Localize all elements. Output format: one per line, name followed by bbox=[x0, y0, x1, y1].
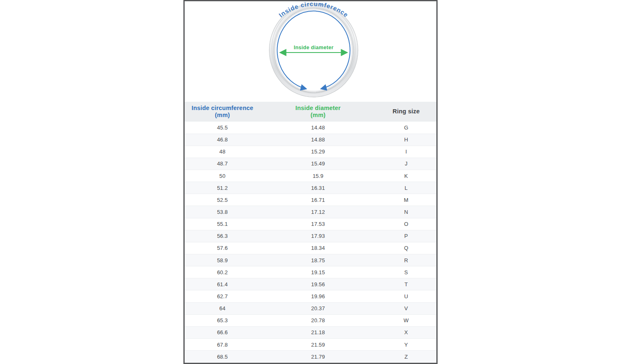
table-row: 4815.29I bbox=[185, 146, 436, 158]
header-inside-diameter: Inside diameter (mm) bbox=[260, 102, 376, 122]
table-cell: 15.29 bbox=[260, 146, 376, 158]
table-row: 65.320.78W bbox=[185, 314, 436, 326]
table-cell: 21.18 bbox=[260, 326, 376, 338]
table-cell: 21.59 bbox=[260, 339, 376, 351]
header-line1: Ring size bbox=[376, 108, 436, 115]
table-cell: 19.96 bbox=[260, 290, 376, 302]
table-cell: 18.75 bbox=[260, 254, 376, 266]
table-cell: O bbox=[376, 218, 436, 230]
table-cell: Q bbox=[376, 242, 436, 254]
header-line1: Inside diameter bbox=[260, 105, 376, 112]
table-cell: H bbox=[376, 134, 436, 146]
table-row: 48.715.49J bbox=[185, 158, 436, 170]
table-cell: Z bbox=[376, 351, 436, 363]
table-cell: K bbox=[376, 170, 436, 182]
table-row: 51.216.31L bbox=[185, 182, 436, 194]
table-cell: 15.49 bbox=[260, 158, 376, 170]
table-cell: 17.93 bbox=[260, 230, 376, 242]
table-cell: S bbox=[376, 266, 436, 278]
table-row: 57.618.34Q bbox=[185, 242, 436, 254]
table-cell: J bbox=[376, 158, 436, 170]
ring-size-table: Inside circumference (mm) Inside diamete… bbox=[185, 102, 436, 363]
table-cell: P bbox=[376, 230, 436, 242]
table-row: 56.317.93P bbox=[185, 230, 436, 242]
table-header: Inside circumference (mm) Inside diamete… bbox=[185, 102, 436, 122]
table-cell: G bbox=[376, 122, 436, 134]
table-cell: 61.4 bbox=[185, 278, 260, 290]
header-inside-circumference: Inside circumference (mm) bbox=[185, 102, 260, 122]
table-cell: 52.5 bbox=[185, 194, 260, 206]
table-cell: 19.15 bbox=[260, 266, 376, 278]
table-cell: 18.34 bbox=[260, 242, 376, 254]
table-cell: 17.12 bbox=[260, 206, 376, 218]
table-row: 6420.37V bbox=[185, 302, 436, 314]
table-cell: 68.5 bbox=[185, 351, 260, 363]
table-cell: L bbox=[376, 182, 436, 194]
table-cell: T bbox=[376, 278, 436, 290]
table-cell: 48 bbox=[185, 146, 260, 158]
table-cell: V bbox=[376, 302, 436, 314]
table-cell: 56.3 bbox=[185, 230, 260, 242]
table-row: 66.621.18X bbox=[185, 326, 436, 338]
ring-size-chart-panel: Inside diameter Inside circumference Ins… bbox=[183, 0, 438, 364]
table-cell: U bbox=[376, 290, 436, 302]
header-ring-size: Ring size bbox=[376, 102, 436, 122]
table-row: 62.719.96U bbox=[185, 290, 436, 302]
table-row: 53.817.12N bbox=[185, 206, 436, 218]
table-row: 5015.9K bbox=[185, 170, 436, 182]
table-cell: N bbox=[376, 206, 436, 218]
header-line2: (mm) bbox=[260, 112, 376, 119]
header-line1: Inside circumference bbox=[185, 105, 260, 112]
table-cell: 62.7 bbox=[185, 290, 260, 302]
header-line2: (mm) bbox=[185, 112, 260, 119]
table-cell: 57.6 bbox=[185, 242, 260, 254]
table-cell: 16.71 bbox=[260, 194, 376, 206]
table-cell: 48.7 bbox=[185, 158, 260, 170]
table-cell: 53.8 bbox=[185, 206, 260, 218]
table-cell: 66.6 bbox=[185, 326, 260, 338]
table-row: 67.821.59Y bbox=[185, 339, 436, 351]
table-row: 61.419.56T bbox=[185, 278, 436, 290]
table-row: 52.516.71M bbox=[185, 194, 436, 206]
table-cell: 60.2 bbox=[185, 266, 260, 278]
table-cell: 51.2 bbox=[185, 182, 260, 194]
table-cell: 67.8 bbox=[185, 339, 260, 351]
table-cell: 55.1 bbox=[185, 218, 260, 230]
table-cell: X bbox=[376, 326, 436, 338]
table-row: 60.219.15S bbox=[185, 266, 436, 278]
table-cell: 65.3 bbox=[185, 314, 260, 326]
table-row: 46.814.88H bbox=[185, 134, 436, 146]
table-row: 68.521.79Z bbox=[185, 351, 436, 363]
inside-diameter-label: Inside diameter bbox=[294, 45, 333, 50]
table-cell: 58.9 bbox=[185, 254, 260, 266]
table-cell: Y bbox=[376, 339, 436, 351]
table-cell: 50 bbox=[185, 170, 260, 182]
table-cell: 46.8 bbox=[185, 134, 260, 146]
table-row: 58.918.75R bbox=[185, 254, 436, 266]
table-cell: 64 bbox=[185, 302, 260, 314]
table-cell: 17.53 bbox=[260, 218, 376, 230]
table-cell: I bbox=[376, 146, 436, 158]
table-cell: 21.79 bbox=[260, 351, 376, 363]
table-cell: M bbox=[376, 194, 436, 206]
table-row: 55.117.53O bbox=[185, 218, 436, 230]
table-cell: 45.5 bbox=[185, 122, 260, 134]
table-cell: 19.56 bbox=[260, 278, 376, 290]
table-cell: R bbox=[376, 254, 436, 266]
ring-illustration: Inside diameter Inside circumference bbox=[185, 1, 436, 102]
table-cell: 14.88 bbox=[260, 134, 376, 146]
table-cell: 15.9 bbox=[260, 170, 376, 182]
table-cell: 20.78 bbox=[260, 314, 376, 326]
table-cell: W bbox=[376, 314, 436, 326]
ring-diagram: Inside diameter Inside circumference bbox=[185, 1, 436, 102]
table-cell: 14.48 bbox=[260, 122, 376, 134]
table-cell: 16.31 bbox=[260, 182, 376, 194]
size-table-body: 45.514.48G46.814.88H4815.29I48.715.49J50… bbox=[185, 122, 436, 363]
table-row: 45.514.48G bbox=[185, 122, 436, 134]
table-cell: 20.37 bbox=[260, 302, 376, 314]
